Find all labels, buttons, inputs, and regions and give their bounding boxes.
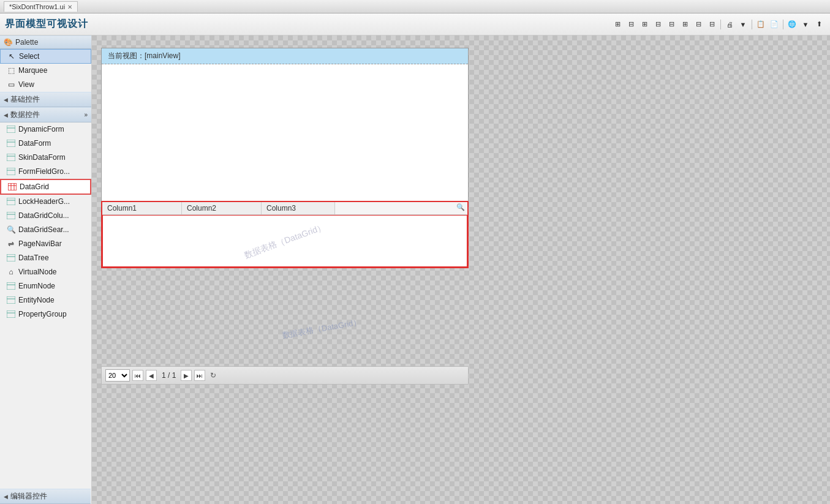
toolbar-icon-8[interactable]: ⊟	[706, 18, 718, 31]
formfieldgro-label: FormFieldGro...	[18, 167, 70, 176]
enumnode-icon	[6, 281, 16, 291]
sidebar-item-skindataform[interactable]: SkinDataForm	[0, 151, 91, 165]
sidebar-item-datagrid[interactable]: DataGrid	[0, 179, 91, 195]
toolbar-icon-5[interactable]: ⊟	[665, 18, 677, 31]
svg-rect-18	[7, 282, 15, 290]
propertygroup-icon	[6, 309, 16, 319]
datagrid-body: 数据表格（DataGrid）	[102, 215, 467, 267]
pagenavibar-label: PageNaviBar	[18, 239, 62, 248]
svg-rect-6	[7, 168, 15, 175]
sidebar-item-dynamicform[interactable]: DynamicForm	[0, 122, 91, 137]
datagrid-header: Column1 Column2 Column3 🔍	[102, 202, 467, 215]
svg-rect-22	[7, 310, 15, 318]
toolbar-icon-1[interactable]: ⊞	[611, 18, 624, 31]
col-header-1: Column1	[102, 202, 182, 214]
sidebar-item-enumnode[interactable]: EnumNode	[0, 279, 91, 293]
copy-icon[interactable]: 📋	[755, 18, 767, 31]
tab-label: *SixDontThrow1.ui	[9, 3, 65, 10]
sidebar-item-datatree[interactable]: DataTree	[0, 251, 91, 265]
data-controls-header[interactable]: ◀ 数据控件 »	[0, 107, 91, 122]
palette-header[interactable]: 🎨 Palette	[0, 36, 91, 49]
skindataform-label: SkinDataForm	[18, 153, 66, 162]
toolbar-icon-6[interactable]: ⊞	[679, 18, 691, 31]
sidebar-item-propertygroup[interactable]: PropertyGroup	[0, 307, 91, 322]
up-icon[interactable]: ⬆	[813, 18, 825, 31]
page-title: 界面模型可视设计	[5, 18, 88, 31]
datagridcolu-label: DataGridColu...	[18, 211, 69, 220]
sidebar-item-select[interactable]: ↖ Select	[0, 49, 91, 64]
select-label: Select	[19, 52, 39, 61]
sidebar-item-formfieldgro[interactable]: FormFieldGro...	[0, 165, 91, 179]
datagrid-canvas-label: 数据表格（DataGrid）	[281, 317, 361, 341]
prev-page-btn[interactable]: ◀	[146, 370, 157, 381]
datatree-label: DataTree	[18, 254, 49, 262]
view-label: View	[18, 80, 34, 89]
skindataform-icon	[6, 152, 16, 162]
print-arrow-icon[interactable]: ▼	[737, 18, 749, 31]
main-layout: 🎨 Palette ↖ Select ⬚ Marquee ▭ View ◀ 基础…	[0, 36, 830, 504]
select-icon: ↖	[7, 51, 17, 61]
datagridsear-icon: 🔍	[6, 225, 16, 235]
virtualnode-icon: ⌂	[6, 267, 16, 277]
dynamicform-label: DynamicForm	[18, 125, 64, 134]
dynamicform-icon	[6, 124, 16, 134]
sidebar-item-virtualnode[interactable]: ⌂ VirtualNode	[0, 265, 91, 279]
svg-rect-2	[7, 140, 15, 147]
design-frame: 当前视图：[mainView]	[101, 48, 469, 224]
tab-close-icon[interactable]: ✕	[67, 4, 72, 10]
svg-rect-14	[7, 212, 15, 219]
sidebar-item-dataform[interactable]: DataForm	[0, 137, 91, 151]
palette-icon: 🎨	[4, 38, 13, 47]
sidebar-item-pagenavibar[interactable]: ⇌ PageNaviBar	[0, 237, 91, 251]
enumnode-label: EnumNode	[18, 282, 55, 290]
svg-rect-16	[7, 254, 15, 261]
basic-controls-header[interactable]: ◀ 基础控件	[0, 92, 91, 107]
web-arrow-icon[interactable]: ▼	[799, 18, 812, 31]
marquee-icon: ⬚	[6, 66, 16, 75]
header-toolbar: 界面模型可视设计 ⊞ ⊟ ⊞ ⊟ ⊟ ⊞ ⊟ ⊟ 🖨 ▼ 📋 📄 🌐 ▼ ⬆	[0, 13, 830, 36]
marquee-label: Marquee	[18, 66, 47, 75]
sidebar-item-entitynode[interactable]: EntityNode	[0, 293, 91, 307]
sidebar-item-lockheaderg[interactable]: LockHeaderG...	[0, 195, 91, 209]
entitynode-label: EntityNode	[18, 296, 55, 304]
svg-rect-4	[7, 154, 15, 161]
page-info: 1 / 1	[159, 371, 178, 380]
toolbar-icons-group: ⊞ ⊟ ⊞ ⊟ ⊟ ⊞ ⊟ ⊟ 🖨 ▼ 📋 📄 🌐 ▼ ⬆	[611, 18, 825, 31]
pagenavibar-icon: ⇌	[6, 239, 16, 249]
toolbar-icon-7[interactable]: ⊟	[692, 18, 704, 31]
sidebar-item-marquee[interactable]: ⬚ Marquee	[0, 64, 91, 78]
refresh-btn[interactable]: ↻	[208, 370, 219, 381]
editor-controls-label: 编辑器控件	[10, 491, 47, 502]
first-page-btn[interactable]: ⏮	[132, 370, 143, 381]
page-size-select[interactable]: 20 50 100	[105, 369, 130, 382]
sidebar-item-view[interactable]: ▭ View	[0, 78, 91, 92]
datagrid-widget[interactable]: Column1 Column2 Column3 🔍 数据表格（DataGrid）	[101, 201, 469, 268]
last-page-btn[interactable]: ⏭	[194, 370, 205, 381]
propertygroup-label: PropertyGroup	[18, 310, 67, 318]
web-icon[interactable]: 🌐	[786, 18, 798, 31]
palette-label: Palette	[15, 38, 38, 47]
toolbar-icon-4[interactable]: ⊟	[652, 18, 664, 31]
toolbar-sep-2	[752, 20, 752, 29]
toolbar-icon-3[interactable]: ⊞	[638, 18, 651, 31]
editor-controls-header[interactable]: ◀ 编辑器控件	[0, 489, 91, 504]
sidebar-item-datagridsear[interactable]: 🔍 DataGridSear...	[0, 223, 91, 237]
sidebar-item-datagridcolu[interactable]: DataGridColu...	[0, 209, 91, 223]
datagridsear-label: DataGridSear...	[18, 225, 69, 234]
dataform-icon	[6, 138, 16, 148]
view-header: 当前视图：[mainView]	[102, 48, 468, 64]
next-page-btn[interactable]: ▶	[181, 370, 192, 381]
datagrid-watermark: 数据表格（DataGrid）	[243, 221, 327, 261]
paste-icon[interactable]: 📄	[768, 18, 780, 31]
datagrid-icon	[7, 182, 17, 192]
toolbar-icon-2[interactable]: ⊟	[625, 18, 637, 31]
datatree-icon	[6, 253, 16, 263]
svg-rect-12	[7, 198, 15, 205]
view-body	[102, 64, 468, 224]
svg-rect-8	[8, 183, 17, 190]
print-icon[interactable]: 🖨	[723, 18, 736, 31]
dataform-label: DataForm	[18, 139, 51, 148]
view-icon: ▭	[6, 80, 16, 89]
file-tab[interactable]: *SixDontThrow1.ui ✕	[4, 1, 78, 12]
datagrid-zoom-icon[interactable]: 🔍	[454, 202, 467, 214]
